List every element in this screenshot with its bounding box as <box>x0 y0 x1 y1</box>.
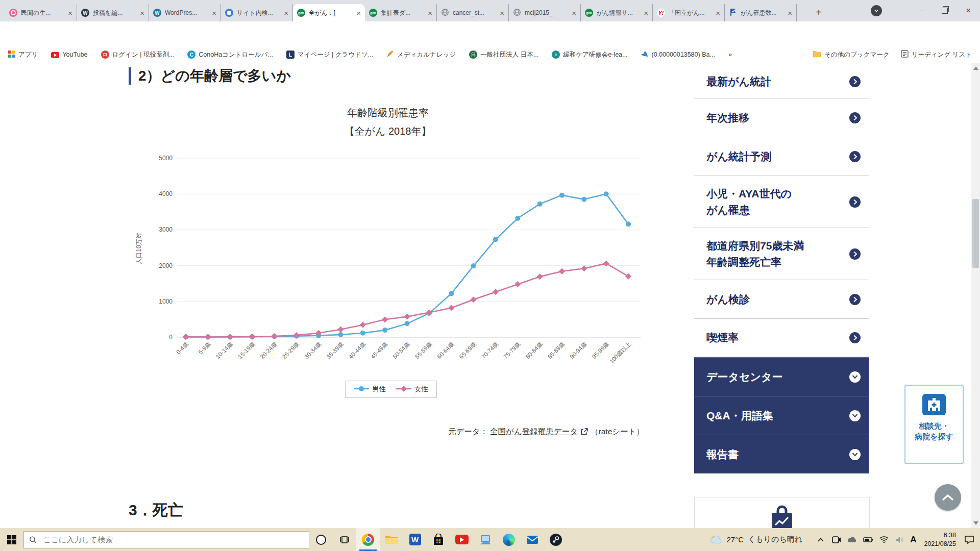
tab-close-icon[interactable]: × <box>284 9 288 17</box>
browser-tab[interactable]: Y!「国立がん...× <box>653 4 725 21</box>
tab-close-icon[interactable]: × <box>644 9 648 17</box>
hidden-icons-chevron[interactable] <box>815 538 826 542</box>
wordpress-dark-favicon: W <box>81 9 89 17</box>
bookmark-item[interactable]: CConoHaコントロールパ... <box>187 51 273 59</box>
taskbar-steam[interactable] <box>544 528 568 551</box>
browser-tab[interactable]: サイト内検...× <box>221 4 293 21</box>
page-scrollbar[interactable] <box>971 63 980 528</box>
source-link[interactable]: 全国がん登録罹患データ <box>490 427 578 437</box>
taskbar-chrome[interactable] <box>356 528 380 551</box>
tab-close-icon[interactable]: × <box>572 9 576 17</box>
chevron-right-icon <box>849 112 861 123</box>
start-button[interactable] <box>0 528 23 551</box>
tab-search-button[interactable] <box>871 5 882 16</box>
sidebar-item[interactable]: がん統計予測 <box>694 137 869 176</box>
tab-close-icon[interactable]: × <box>212 9 216 17</box>
taskbar-weather[interactable]: 27°C くもりのち晴れ <box>709 534 803 545</box>
bookmark-item[interactable]: メディカルナレッジ <box>386 50 456 59</box>
sidebar-item[interactable]: 年次推移 <box>694 98 869 137</box>
scrollbar-thumb[interactable] <box>972 199 979 268</box>
new-tab-button[interactable]: + <box>812 5 826 19</box>
onedrive-icon[interactable] <box>847 536 858 543</box>
sidebar-section[interactable]: Q&A・用語集 <box>694 396 869 435</box>
battery-icon[interactable] <box>863 537 874 543</box>
taskbar-device[interactable] <box>474 528 497 551</box>
bookmark-item[interactable]: » <box>728 51 732 58</box>
sidebar-section[interactable]: データセンター <box>694 357 869 396</box>
taskbar-search-input[interactable] <box>42 535 304 544</box>
bookmark-item[interactable]: e緩和ケア研修会e-lea... <box>552 51 627 59</box>
x-tick-label: 80-84歳 <box>525 341 544 360</box>
yahoo-favicon: Y! <box>657 9 665 17</box>
restore-button[interactable] <box>933 0 957 21</box>
taskbar-word[interactable]: W <box>403 528 427 551</box>
close-button[interactable]: × <box>957 0 980 21</box>
browser-tab[interactable]: mcij2015_× <box>509 4 581 21</box>
sidebar-item[interactable]: 小児・AYA世代のがん罹患 <box>694 176 869 228</box>
taskbar-mail[interactable] <box>521 528 544 551</box>
tab-close-icon[interactable]: × <box>788 9 792 17</box>
tab-close-icon[interactable]: × <box>68 9 72 17</box>
data-point <box>470 296 476 303</box>
sidebar-item-label: 都道府県別75歳未満年齢調整死亡率 <box>706 238 804 270</box>
minimize-button[interactable] <box>910 0 933 21</box>
taskbar-store[interactable] <box>427 528 450 551</box>
volume-icon[interactable] <box>894 536 905 543</box>
bookmark-item-other-bookmarks[interactable]: その他のブックマーク <box>813 51 889 59</box>
ime-indicator[interactable]: A <box>910 535 916 545</box>
sidebar-item[interactable]: がん検診 <box>694 280 869 319</box>
tab-close-icon[interactable]: × <box>716 9 720 17</box>
sidebar-item-label: 年次推移 <box>706 110 749 126</box>
windows-taskbar: W 27°C くもりのち晴れ <box>0 528 980 551</box>
page-content: 2）どの年齢層で多いか 年齢階級別罹患率 【全がん 2018年】 0100020… <box>0 63 980 528</box>
browser-tab[interactable]: gan集計表ダ...× <box>365 4 437 21</box>
data-point <box>581 265 587 271</box>
sidebar-item[interactable]: 都道府県別75歳未満年齢調整死亡率 <box>694 228 869 280</box>
tab-close-icon[interactable]: × <box>500 9 504 17</box>
bookmark-item[interactable]: (0.00000013580) Ba... <box>641 50 715 59</box>
gan-green-favicon: gan <box>297 9 305 17</box>
sidebar-item[interactable]: 最新がん統計 <box>694 65 869 98</box>
browser-tab[interactable]: がん罹患数...× <box>725 4 797 21</box>
browser-tab[interactable]: 民間の生...× <box>5 4 77 21</box>
bookmark-item[interactable]: Lマイページ | クラウドソ... <box>286 51 373 59</box>
scroll-to-top-button[interactable] <box>935 484 961 511</box>
taskbar-clock[interactable]: 6:38 2021/08/25 <box>924 531 956 548</box>
tab-close-icon[interactable]: × <box>140 9 144 17</box>
data-point <box>448 305 454 311</box>
bookmark-item[interactable]: アプリ <box>8 51 38 59</box>
action-center-icon[interactable] <box>964 536 975 544</box>
sidebar-item[interactable]: 喫煙率 <box>694 319 869 357</box>
bookmark-label: アプリ <box>18 51 38 59</box>
cortana-button[interactable] <box>309 528 333 551</box>
gan-green-favicon: gan <box>369 9 377 17</box>
browser-tab[interactable]: cancer_st...× <box>437 4 509 21</box>
scrollbar-down-arrow[interactable] <box>973 521 978 525</box>
browser-tab[interactable]: ganがん情報サ...× <box>581 4 653 21</box>
wifi-icon[interactable] <box>878 536 890 543</box>
bookmark-item[interactable]: ロログイン | 現役薬剤... <box>101 51 175 59</box>
tab-close-icon[interactable]: × <box>356 9 361 17</box>
sidebar-section[interactable]: 報告書 <box>694 435 869 473</box>
consult-hospital-card[interactable]: 相談先・ 病院を探す <box>904 385 964 464</box>
task-view-button[interactable] <box>333 528 356 551</box>
taskbar-edge[interactable] <box>497 528 521 551</box>
browser-tab[interactable]: WWordPres...× <box>149 4 221 21</box>
meet-now-icon[interactable] <box>831 536 842 543</box>
bookmark-label: メディカルナレッジ <box>397 51 456 59</box>
taskbar-search-box[interactable] <box>23 531 309 548</box>
bookmarks-list: アプリYouTubeロログイン | 現役薬剤...CConoHaコントロールパ.… <box>0 50 732 59</box>
taskbar-file-explorer[interactable] <box>380 528 403 551</box>
taskbar-youtube[interactable] <box>450 528 474 551</box>
bookmark-item[interactable]: YouTube <box>51 51 87 58</box>
sidebar-item-line: がん罹患 <box>706 202 792 218</box>
sidebar-partial-card[interactable] <box>694 497 870 528</box>
tab-close-icon[interactable]: × <box>428 9 432 17</box>
bookmark-item-reading-list[interactable]: リーディング リスト <box>901 50 972 59</box>
bookmark-label: 一般社団法人 日本... <box>480 51 538 59</box>
scrollbar-up-arrow[interactable] <box>973 66 978 70</box>
bookmark-item[interactable]: 日一般社団法人 日本... <box>469 51 538 59</box>
word-icon: W <box>409 534 421 545</box>
browser-tab[interactable]: gan全がん：[× <box>293 4 365 21</box>
browser-tab[interactable]: W投稿を編...× <box>77 4 149 21</box>
